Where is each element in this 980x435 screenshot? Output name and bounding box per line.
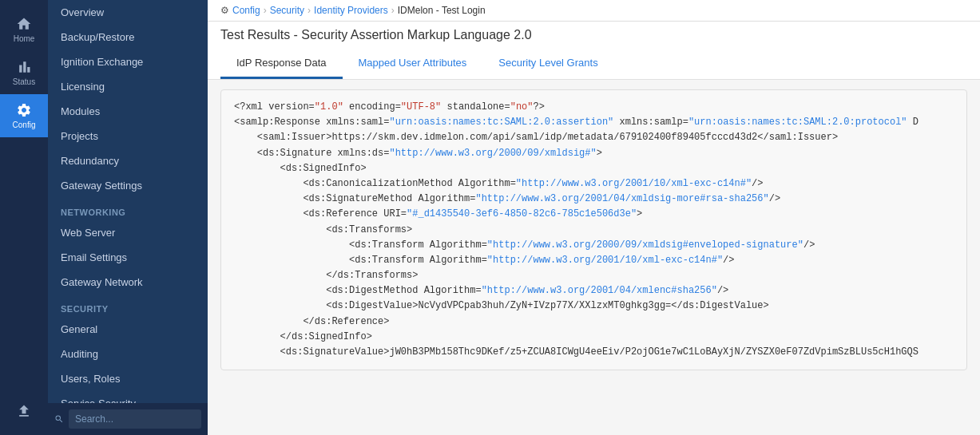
sidebar-item-redundancy[interactable]: Redundancy	[48, 148, 208, 173]
sidebar-networking-header: NETWORKING	[48, 198, 208, 220]
sidebar-wrapper: Overview Backup/Restore Ignition Exchang…	[48, 0, 208, 435]
sidebar-search-bar	[48, 403, 208, 435]
breadcrumb-sep1: ›	[264, 5, 267, 16]
breadcrumb-config[interactable]: Config	[232, 5, 260, 16]
sidebar-item-backup-restore[interactable]: Backup/Restore	[48, 25, 208, 49]
breadcrumb-config-icon: ⚙	[220, 5, 229, 16]
sidebar-item-users-roles[interactable]: Users, Roles	[48, 366, 208, 391]
sidebar: Overview Backup/Restore Ignition Exchang…	[48, 0, 208, 435]
tab-mapped-user[interactable]: Mapped User Attributes	[343, 49, 483, 79]
xml-line1: <?xml version="1.0" encoding="UTF-8" sta…	[234, 101, 919, 358]
breadcrumb-identity-providers[interactable]: Identity Providers	[314, 5, 388, 16]
sidebar-item-email-settings[interactable]: Email Settings	[48, 245, 208, 270]
sidebar-item-licensing[interactable]: Licensing	[48, 74, 208, 99]
sidebar-item-auditing[interactable]: Auditing	[48, 342, 208, 366]
tab-security-level[interactable]: Security Level Grants	[482, 49, 613, 79]
page-title: Test Results - Security Assertion Markup…	[220, 28, 967, 42]
page-title-bar: Test Results - Security Assertion Markup…	[208, 22, 980, 80]
icon-bar-upload[interactable]	[0, 395, 48, 427]
sidebar-item-gateway-network[interactable]: Gateway Network	[48, 270, 208, 295]
breadcrumb: ⚙ Config › Security › Identity Providers…	[208, 0, 980, 22]
sidebar-item-gateway-settings[interactable]: Gateway Settings	[48, 173, 208, 198]
content-area: <?xml version="1.0" encoding="UTF-8" sta…	[208, 80, 980, 435]
xml-panel[interactable]: <?xml version="1.0" encoding="UTF-8" sta…	[220, 89, 967, 370]
icon-bar-config[interactable]: Config	[0, 94, 48, 137]
icon-bar-home[interactable]: Home	[0, 8, 48, 51]
sidebar-item-general[interactable]: General	[48, 317, 208, 342]
icon-bar-status[interactable]: Status	[0, 51, 48, 94]
breadcrumb-sep2: ›	[307, 5, 311, 16]
main-content: ⚙ Config › Security › Identity Providers…	[208, 0, 980, 435]
sidebar-item-web-server[interactable]: Web Server	[48, 220, 208, 245]
tab-idp-response[interactable]: IdP Response Data	[220, 49, 343, 79]
search-input[interactable]	[69, 409, 201, 429]
sidebar-item-overview[interactable]: Overview	[48, 0, 208, 25]
sidebar-item-modules[interactable]: Modules	[48, 99, 208, 124]
tabs: IdP Response Data Mapped User Attributes…	[220, 49, 967, 79]
breadcrumb-security[interactable]: Security	[270, 5, 304, 16]
search-icon	[54, 413, 64, 425]
sidebar-item-projects[interactable]: Projects	[48, 124, 208, 148]
sidebar-security-header: SECURITY	[48, 295, 208, 317]
sidebar-item-ignition-exchange[interactable]: Ignition Exchange	[48, 49, 208, 74]
breadcrumb-current: IDMelon - Test Login	[398, 5, 486, 16]
icon-bar: Home Status Config	[0, 0, 48, 435]
breadcrumb-sep3: ›	[391, 5, 395, 16]
